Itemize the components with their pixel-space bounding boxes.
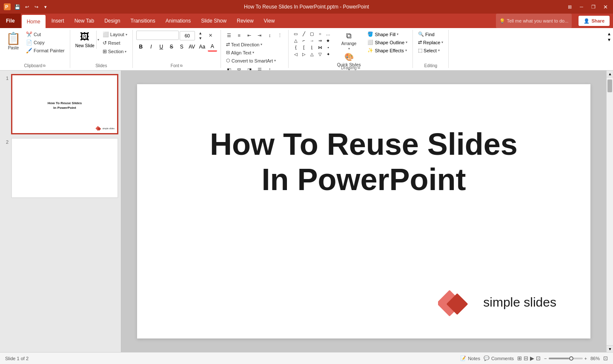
shape-brace[interactable]: ⌊	[308, 44, 316, 50]
save-icon[interactable]: 💾	[14, 3, 21, 11]
shape-callout3[interactable]: △	[308, 51, 316, 57]
shape-arrow3[interactable]: ⇒	[316, 37, 324, 43]
shape-arrow1[interactable]: ⌐	[300, 37, 308, 43]
align-text-button[interactable]: ⊟ Align Text ▾	[224, 49, 256, 56]
menu-review[interactable]: Review	[232, 14, 258, 28]
columns-button[interactable]: ⋮	[275, 31, 285, 40]
scroll-down-button[interactable]: ▼	[607, 345, 613, 352]
shape-chevron[interactable]: ⋈	[316, 44, 324, 50]
find-button[interactable]: 🔍 Find	[416, 31, 436, 38]
menu-search-box[interactable]: 💡 Tell me what you want to do...	[496, 14, 572, 28]
menu-transitions[interactable]: Transitions	[126, 14, 160, 28]
shape-callout1[interactable]: ◁	[292, 51, 300, 57]
reset-button[interactable]: ↺ Reset	[101, 39, 129, 47]
section-button[interactable]: ⊞ Section ▾	[101, 48, 129, 55]
menu-new-tab[interactable]: New Tab	[69, 14, 99, 28]
font-size-increase-button[interactable]: ▲	[196, 31, 205, 35]
bold-button[interactable]: B	[136, 42, 146, 51]
shape-callout4[interactable]: ▽	[316, 51, 324, 57]
menu-file[interactable]: File	[0, 14, 21, 28]
line-spacing-button[interactable]: ↕	[265, 31, 275, 40]
arrange-button[interactable]: ⧉ Arrange ▾	[335, 31, 364, 51]
decrease-indent-button[interactable]: ⇤	[245, 31, 254, 40]
align-right-button[interactable]: ◨	[245, 65, 254, 71]
fit-slide-button[interactable]: ⊡	[603, 355, 608, 361]
layout-button[interactable]: ⬜ Layout ▾	[101, 31, 129, 38]
case-button[interactable]: Aa	[198, 42, 207, 51]
shape-oval[interactable]: ○	[316, 31, 324, 37]
slide-thumb-2[interactable]	[11, 138, 118, 198]
shape-arrow2[interactable]: →	[308, 37, 316, 43]
select-button[interactable]: ⬚ Select ▾	[416, 47, 441, 54]
justify-button[interactable]: ☰	[255, 65, 264, 71]
restore-button[interactable]: ❐	[589, 3, 598, 11]
shadow-button[interactable]: S	[177, 42, 186, 51]
font-expand-icon[interactable]: ⧉	[180, 64, 183, 68]
menu-animations[interactable]: Animations	[160, 14, 196, 28]
italic-button[interactable]: I	[146, 42, 156, 51]
font-color-button[interactable]: A	[208, 42, 217, 51]
column-btn[interactable]: ⁞	[265, 65, 275, 71]
shape-misc[interactable]: ✦	[324, 51, 332, 57]
shape-outline-button[interactable]: ⬜ Shape Outline ▾	[366, 39, 409, 46]
numbered-list-button[interactable]: ≡	[235, 31, 244, 40]
convert-smartart-button[interactable]: ⬡ Convert to SmartArt ▾	[224, 57, 278, 64]
redo-icon[interactable]: ↪	[32, 3, 40, 11]
bullet-list-button[interactable]: ☰	[224, 31, 234, 40]
zoom-out-button[interactable]: −	[544, 356, 547, 361]
shape-fill-button[interactable]: 🪣 Shape Fill ▾	[366, 31, 409, 38]
copy-button[interactable]: 📄 Copy	[24, 39, 66, 46]
increase-indent-button[interactable]: ⇥	[255, 31, 264, 40]
menu-home[interactable]: Home	[22, 15, 46, 28]
replace-button[interactable]: ⇄ Replace ▾	[416, 39, 445, 46]
comments-button[interactable]: 💬 Comments	[484, 355, 514, 361]
zoom-slider[interactable]	[549, 358, 583, 359]
drawing-expand-icon[interactable]: ⧉	[358, 66, 360, 70]
grid-icon[interactable]: ⊞	[565, 3, 574, 11]
char-spacing-button[interactable]: AV	[187, 42, 197, 51]
shape-triangle[interactable]: △	[292, 37, 300, 43]
share-button[interactable]: 👤 Share	[579, 16, 610, 26]
underline-button[interactable]: U	[157, 42, 166, 51]
menu-design[interactable]: Design	[99, 14, 125, 28]
clipboard-expand-icon[interactable]: ⧉	[43, 64, 46, 68]
shape-line[interactable]: ╱	[300, 31, 308, 37]
paste-button[interactable]: 📋 Paste	[3, 31, 23, 51]
clear-format-button[interactable]: ✕	[206, 31, 215, 40]
shape-rounded-rect[interactable]: ▢	[308, 31, 316, 37]
menu-insert[interactable]: Insert	[46, 14, 69, 28]
text-direction-button[interactable]: ⇄ Text Direction ▾	[224, 41, 264, 48]
font-size-decrease-button[interactable]: ▼	[196, 36, 205, 40]
menu-view[interactable]: View	[259, 14, 280, 28]
menu-slide-show[interactable]: Slide Show	[196, 14, 232, 28]
shape-bracket[interactable]: [	[300, 44, 308, 50]
scroll-thumb[interactable]	[607, 80, 612, 92]
slideshow-icon[interactable]: ⊡	[536, 355, 541, 361]
undo-icon[interactable]: ↩	[23, 3, 31, 11]
zoom-in-button[interactable]: +	[584, 356, 587, 361]
font-size-input[interactable]	[180, 31, 195, 40]
shape-star[interactable]: ★	[324, 37, 332, 43]
font-name-input[interactable]	[136, 31, 179, 40]
scroll-up-button[interactable]: ▲	[607, 71, 613, 77]
close-button[interactable]: ✕	[601, 3, 610, 11]
ribbon-scroll-up[interactable]: ▲	[606, 31, 612, 37]
slide-sorter-icon[interactable]: ⊟	[524, 355, 528, 361]
strikethrough-button[interactable]: S	[167, 42, 176, 51]
shape-curly[interactable]: {	[292, 44, 300, 50]
new-slide-button[interactable]: 🖼 New Slide ▾	[74, 31, 100, 49]
shape-callout2[interactable]: ▷	[300, 51, 308, 57]
shape-effects-button[interactable]: ✨ Shape Effects ▾	[366, 47, 409, 54]
shape-custom[interactable]: ⋆	[324, 44, 332, 50]
main-slide[interactable]: How To Reuse Slides In PowerPoint simple…	[137, 84, 590, 338]
new-slide-dropdown[interactable]: ▾	[96, 31, 100, 49]
format-painter-button[interactable]: 🖌️ Format Painter	[24, 47, 66, 54]
notes-button[interactable]: 📝 Notes	[460, 355, 480, 361]
ribbon-scroll-down[interactable]: ▼	[606, 37, 612, 43]
cut-button[interactable]: ✂️ Cut	[24, 31, 66, 38]
normal-view-icon[interactable]: ⊞	[517, 355, 522, 361]
customize-icon[interactable]: ▾	[42, 3, 49, 11]
align-left-button[interactable]: ◧	[224, 65, 234, 71]
shape-rect[interactable]: ▭	[292, 31, 300, 37]
minimize-button[interactable]: ─	[577, 3, 586, 11]
